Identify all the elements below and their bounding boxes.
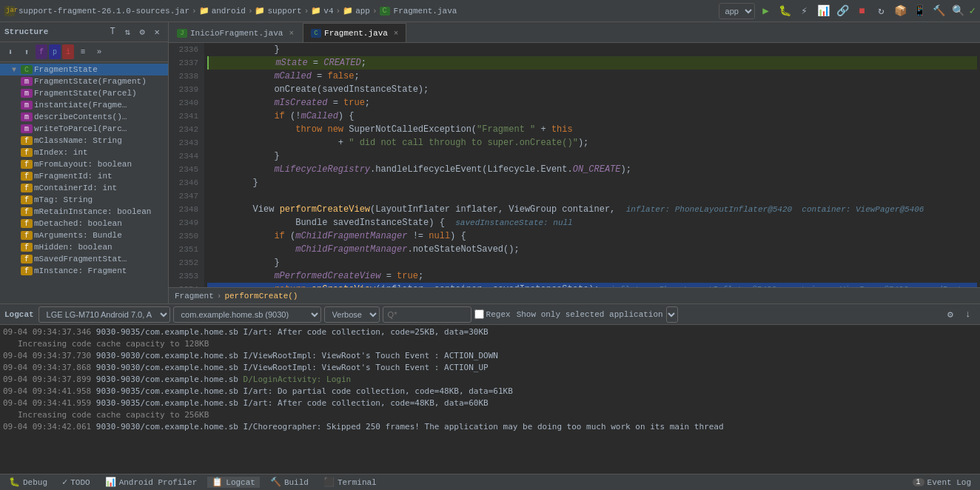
tree-label-instantiate: instantiate(FragmentHostC	[34, 101, 130, 110]
device-select[interactable]: app	[719, 3, 755, 19]
tree-item-containerid[interactable]: f mContainerId: int	[0, 182, 168, 194]
log-line-6: 09-04 09:34:41.959 9030-9035/com.example…	[3, 397, 977, 409]
tree-item-arguments[interactable]: f mArguments: Bundle	[0, 229, 168, 241]
method-icon-4: m	[21, 113, 33, 121]
bc-support: support	[267, 7, 301, 16]
struct-btn-more[interactable]: »	[92, 44, 107, 59]
editor-breadcrumb: Fragment › performCreate()	[169, 287, 980, 303]
field-icon-4: f	[21, 172, 33, 181]
expand-btn[interactable]: T	[106, 25, 119, 38]
field-icon-1: f	[21, 136, 33, 145]
logcat-title: Logcat	[4, 310, 34, 319]
tree-item-fragmentid[interactable]: f mFragmentId: int	[0, 170, 168, 182]
jar-icon: jar	[4, 6, 15, 16]
status-eventlog[interactable]: 1 Event Log	[908, 478, 976, 487]
regex-checkbox[interactable]	[474, 309, 484, 319]
structure-panel-header: Structure T ⇅ ⚙ ✕	[0, 22, 168, 42]
tree-item-tag[interactable]: f mTag: String	[0, 194, 168, 206]
tab-label-inicio: InicioFragment.java	[190, 29, 283, 38]
search-button[interactable]: 🔍	[950, 3, 967, 19]
avd-button[interactable]: 📱	[912, 3, 928, 19]
settings-btn[interactable]: ⚙	[135, 25, 149, 38]
logcat-device-dropdown[interactable]: LGE LG-M710 Android 7.0, A	[38, 306, 170, 323]
hide-btn[interactable]: ✕	[150, 25, 164, 38]
tree-item-index[interactable]: f mIndex: int	[0, 147, 168, 158]
tree-item-hidden[interactable]: f mHidden: boolean	[0, 241, 168, 253]
tree-item-fragmentstate[interactable]: ▼ C FragmentState	[0, 64, 168, 75]
attach-button[interactable]: 🔗	[835, 3, 851, 19]
status-terminal[interactable]: ⬛ Terminal	[319, 477, 381, 488]
tree-item-constructor1[interactable]: m FragmentState(Fragment)	[0, 75, 168, 87]
sdk-button[interactable]: 📦	[893, 3, 909, 19]
log-line-5: 09-04 09:34:41.958 9030-9035/com.example…	[3, 386, 977, 397]
show-only-dropdown[interactable]: ▾	[666, 306, 678, 323]
code-line-2346: }	[207, 176, 977, 189]
logcat-package-dropdown[interactable]: com.example.home.sb (9030)	[173, 306, 321, 323]
logcat-right-tools: ⚙ ↓	[943, 307, 976, 322]
sync-button[interactable]: ↻	[873, 3, 890, 19]
tab-close-fragment[interactable]: ×	[394, 29, 399, 38]
coverage-button[interactable]: ⚡	[796, 3, 813, 19]
status-debug[interactable]: 🐛 Debug	[4, 477, 52, 488]
struct-btn-2[interactable]: ⬆	[19, 44, 34, 59]
field-icon-12: f	[21, 266, 33, 275]
debug-button[interactable]: 🐛	[777, 3, 793, 19]
sort-btn[interactable]: ⇅	[121, 25, 134, 38]
status-terminal-label: Terminal	[338, 478, 377, 487]
status-debug-label: Debug	[23, 478, 47, 487]
tab-inicio-fragment[interactable]: J InicioFragment.java ×	[169, 23, 302, 42]
status-todo-label: TODO	[70, 478, 90, 487]
bc-app: app	[355, 7, 370, 16]
tree-item-retaininstance[interactable]: f mRetainInstance: boolean	[0, 206, 168, 218]
struct-btn-1[interactable]: ⬇	[3, 44, 18, 59]
method-icon-3: m	[21, 101, 33, 110]
status-eventlog-label: Event Log	[927, 478, 971, 487]
tab-fragment[interactable]: C Fragment.java ×	[303, 23, 406, 42]
struct-btn-public[interactable]: p	[49, 44, 61, 59]
folder-icon-3: 📁	[311, 6, 321, 16]
profile-button[interactable]: 📊	[816, 3, 832, 19]
editor-area: J InicioFragment.java × C Fragment.java …	[169, 22, 980, 303]
tab-close-inicio[interactable]: ×	[289, 29, 294, 38]
regex-checkbox-label[interactable]: Regex	[474, 309, 511, 319]
tree-item-fromlayout[interactable]: f mFromLayout: boolean	[0, 158, 168, 170]
code-content[interactable]: } mState = CREATED; mCalled = false; onC…	[204, 43, 980, 287]
status-profiler[interactable]: 📊 Android Profiler	[101, 477, 202, 488]
logcat-content[interactable]: 09-04 09:34:37.346 9030-9035/com.example…	[0, 325, 980, 474]
toolbar-right: app ▶ 🐛 ⚡ 📊 🔗 ■ ↻ 📦 📱 🔨 🔍 ✓	[719, 3, 976, 19]
code-editor: 2336 2337 2338 2339 2340 2341 2342 2343 …	[169, 43, 980, 287]
status-todo[interactable]: ✓ TODO	[58, 477, 95, 488]
tree-item-savedfragmentstate[interactable]: f mSavedFragmentState: Bu	[0, 253, 168, 265]
tree-item-write[interactable]: m writeToParcel(Parcel, int): v	[0, 123, 168, 135]
logcat-settings-btn[interactable]: ⚙	[943, 307, 958, 322]
tree-item-describe[interactable]: m describeContents(): int ·Pa	[0, 111, 168, 123]
status-logcat[interactable]: 📋 Logcat	[207, 477, 260, 488]
status-right: 1 Event Log	[908, 478, 976, 487]
struct-btn-fields[interactable]: f	[36, 44, 47, 59]
status-build[interactable]: 🔨 Build	[266, 477, 313, 488]
tree-item-detached[interactable]: f mDetached: boolean	[0, 218, 168, 229]
code-line-2353: mPerformedCreateView = true;	[207, 269, 977, 283]
log-line-4: 09-04 09:34:37.899 9030-9030/com.example…	[3, 374, 977, 386]
code-line-2341: if (!mCalled) {	[207, 110, 977, 123]
code-line-2337: mState = CREATED;	[207, 56, 977, 70]
editor-tabs: J InicioFragment.java × C Fragment.java …	[169, 22, 980, 43]
logcat-search-input[interactable]	[383, 306, 471, 323]
status-logcat-label: Logcat	[226, 478, 255, 487]
tree-item-constructor2[interactable]: m FragmentState(Parcel)	[0, 87, 168, 99]
tree-label-constructor1: FragmentState(Fragment)	[34, 77, 147, 86]
struct-btn-extra[interactable]: ≡	[75, 44, 90, 59]
tree-label-tag: mTag: String	[34, 195, 93, 204]
run-button[interactable]: ▶	[758, 3, 774, 19]
code-line-2343: + " did not call through to super.onCrea…	[207, 136, 977, 150]
tree-item-instance[interactable]: f mInstance: Fragment	[0, 265, 168, 277]
logcat-scroll-btn[interactable]: ↓	[961, 307, 976, 322]
tree-item-instantiate[interactable]: m instantiate(FragmentHostC	[0, 99, 168, 111]
tree-item-classname[interactable]: f mClassName: String	[0, 135, 168, 147]
tree-label-savedfragmentstate: mSavedFragmentState: Bu	[34, 255, 130, 264]
struct-btn-inherited[interactable]: i	[62, 44, 74, 59]
build-button[interactable]: 🔨	[931, 3, 947, 19]
logcat-level-dropdown[interactable]: Verbose Debug Info Warn Error	[324, 306, 380, 323]
stop-button[interactable]: ■	[854, 3, 870, 19]
bc-fragment-java: Fragment.java	[394, 7, 457, 16]
